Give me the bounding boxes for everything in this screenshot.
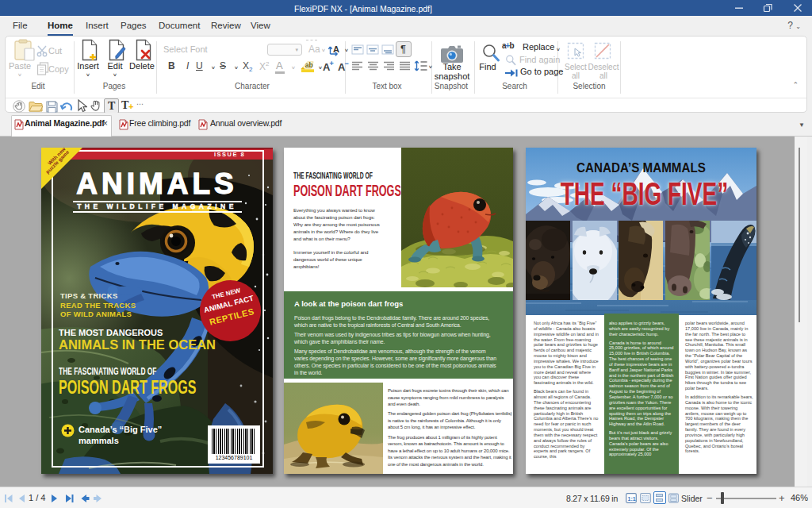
svg-text:1:1: 1:1: [628, 496, 636, 502]
svg-text:ab: ab: [305, 61, 313, 69]
